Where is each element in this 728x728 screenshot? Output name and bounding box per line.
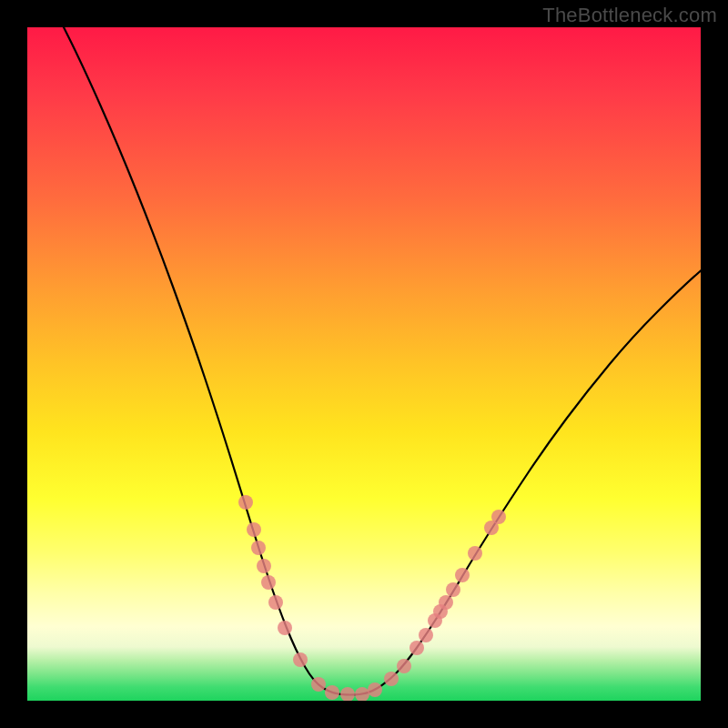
- chart-frame: TheBottleneck.com: [0, 0, 728, 728]
- sample-dot: [278, 621, 292, 635]
- sample-dot: [368, 682, 382, 697]
- sample-dot: [268, 595, 283, 610]
- sample-dot: [251, 541, 266, 555]
- sample-dot: [355, 687, 369, 701]
- sample-dot: [311, 677, 326, 692]
- sample-dot: [397, 659, 411, 673]
- sample-dot: [325, 685, 339, 700]
- sample-dot: [238, 495, 253, 510]
- plot-area: [27, 27, 701, 701]
- sample-dot: [384, 672, 399, 686]
- watermark-label: TheBottleneck.com: [542, 4, 717, 27]
- sample-dot: [491, 510, 506, 524]
- bottleneck-curve: [55, 27, 701, 695]
- sample-dot: [261, 575, 276, 590]
- chart-svg: [27, 27, 701, 701]
- sample-dot: [419, 628, 433, 642]
- sample-dot: [446, 582, 460, 597]
- sample-dot: [468, 546, 482, 561]
- sample-dot: [247, 522, 261, 537]
- sample-dot: [340, 687, 355, 701]
- sample-dot: [439, 595, 453, 610]
- sample-dot: [257, 559, 271, 573]
- sample-dot: [410, 641, 424, 655]
- sample-dot: [293, 652, 308, 667]
- sample-dot: [455, 568, 470, 582]
- sample-dots-group: [238, 495, 506, 701]
